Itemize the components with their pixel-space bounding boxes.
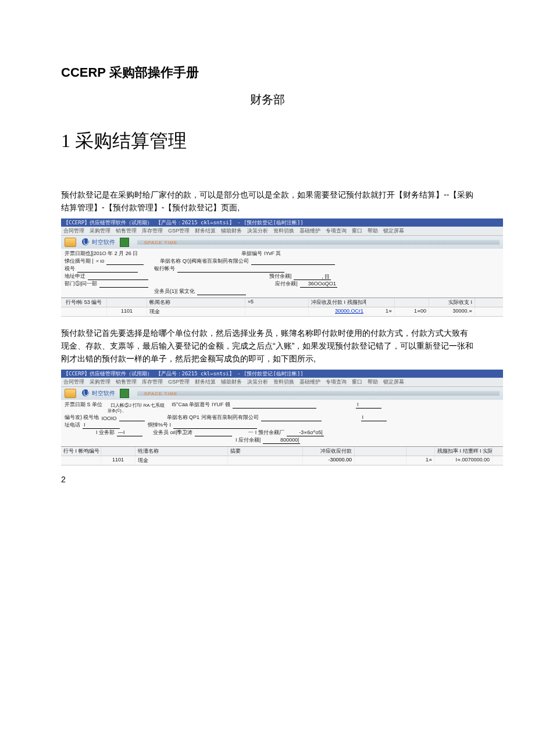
cell-actual: 30000.∝ bbox=[429, 307, 475, 316]
operator-field[interactable] bbox=[197, 288, 246, 295]
folder-icon[interactable] bbox=[65, 238, 76, 247]
brand-label: 时空软件 bbox=[81, 389, 115, 397]
address-field[interactable] bbox=[88, 273, 148, 280]
brand-mark-icon bbox=[82, 238, 89, 245]
column-header[interactable]: 搞要 bbox=[228, 447, 303, 456]
cell-rate-a: 1∝ bbox=[366, 307, 395, 316]
unit-name-field[interactable] bbox=[251, 258, 335, 265]
column-header[interactable] bbox=[107, 298, 147, 307]
menu-item[interactable]: 库存管理 bbox=[142, 378, 163, 386]
code-field[interactable] bbox=[119, 414, 145, 421]
small-field[interactable]: I bbox=[361, 414, 387, 421]
toolbar-button-icon[interactable] bbox=[120, 389, 129, 398]
menu-item[interactable]: 锁定屏幕 bbox=[383, 378, 404, 386]
app-screenshot-1: 【CCERP】供应链管理软件（试用期） 【产品号：26215 ckl=sntsi… bbox=[61, 218, 503, 317]
menu-item[interactable]: 采购管理 bbox=[90, 227, 110, 235]
column-header[interactable]: 行号 I 帐鸣编号 bbox=[61, 447, 101, 456]
column-header[interactable]: »5 bbox=[245, 298, 309, 307]
tax-no-field[interactable] bbox=[77, 266, 138, 273]
addr-phone-label: 址电话 bbox=[65, 421, 80, 429]
cell-amount: -30000.00 bbox=[303, 456, 355, 465]
menu-item[interactable]: GSP管理 bbox=[168, 227, 190, 235]
menu-item[interactable]: 财务结算 bbox=[195, 378, 216, 386]
column-header[interactable]: 冲应收应付款 bbox=[303, 447, 355, 456]
menu-item[interactable]: 帮助 bbox=[368, 378, 378, 386]
folder-icon[interactable] bbox=[65, 389, 76, 398]
unit-name-label: 单据名称 Q!)|阀南省百泉制药有限公司 bbox=[160, 257, 248, 265]
menu-item[interactable]: 帮助 bbox=[368, 227, 378, 235]
column-header[interactable] bbox=[395, 298, 429, 307]
unit-name-label: 单据名称 QP1 河南省百泉制药有限公司 bbox=[167, 414, 259, 421]
prepay-balance-field[interactable]: -3∝6o^o5| bbox=[287, 429, 324, 436]
menu-item[interactable]: 合同管理 bbox=[63, 378, 84, 386]
cell-actual: I∝.0070000.00 bbox=[435, 456, 493, 465]
menu-item[interactable]: 销售管理 bbox=[116, 227, 137, 235]
dept-field[interactable]: —I bbox=[117, 429, 142, 436]
payable-balance-field[interactable]: 36OOoQO1 bbox=[300, 281, 337, 288]
column-header[interactable] bbox=[355, 447, 406, 456]
menu-item[interactable]: 决策分析 bbox=[247, 227, 268, 235]
toolbar: 时空软件 SPACE TIME bbox=[61, 387, 503, 400]
app-screenshot-2: 【CCERP】供应链管理软件（试用期） 【产品号：26215 ckl=sntsi… bbox=[61, 370, 503, 465]
dept-label: 部门⑤|问一部 bbox=[65, 280, 97, 288]
column-header[interactable]: 残揠扣率 I 结重晖 I 实际收支 I bbox=[435, 447, 493, 456]
menu-item[interactable]: 窗口 bbox=[352, 227, 362, 235]
page-number: 2 bbox=[61, 475, 474, 484]
cell-summary bbox=[228, 456, 303, 465]
menu-bar: 合同管理 采购管理 销售管理 库存管理 GSP管理 财务结算 辅助财务 决策分析… bbox=[61, 227, 503, 236]
column-header[interactable] bbox=[366, 298, 395, 307]
menu-item[interactable]: 财务结算 bbox=[195, 227, 216, 235]
code-value: IOOIO bbox=[102, 415, 117, 421]
menu-item[interactable]: 资料切换 bbox=[273, 227, 294, 235]
unit-code-field[interactable] bbox=[106, 258, 144, 265]
payable-balance-field[interactable]: 800000| bbox=[263, 437, 300, 444]
account-field[interactable] bbox=[173, 422, 257, 429]
paragraph-2: 预付款登记首先要选择是给哪个单位付款，然后选择业务员，账簿名称即付款时使用的付款… bbox=[61, 327, 474, 365]
unit-name-field[interactable] bbox=[261, 414, 322, 421]
toolbar: 时空软件 SPACE TIME bbox=[61, 236, 503, 249]
cell-amount[interactable]: 30000.OCr1 bbox=[309, 307, 366, 316]
menu-item[interactable]: 基础维护 bbox=[299, 227, 320, 235]
doc-no-field[interactable] bbox=[233, 402, 316, 409]
column-header[interactable]: 实际收支 I bbox=[429, 298, 475, 307]
bank-account-field[interactable] bbox=[177, 266, 284, 273]
data-grid: 行号 I 帐鸣编号 牲漕名称 搞要 冲应收应付款 残揠扣率 I 结重晖 I 实际… bbox=[61, 446, 503, 465]
bank-account-label: 银行帐号 bbox=[154, 265, 175, 273]
menu-item[interactable]: 销售管理 bbox=[116, 378, 137, 386]
menu-item[interactable]: GSP管理 bbox=[168, 378, 190, 386]
menu-item[interactable]: 基础维护 bbox=[299, 378, 320, 386]
menu-item[interactable]: 资料切换 bbox=[273, 378, 294, 386]
menu-item[interactable]: 决策分析 bbox=[247, 378, 268, 386]
toolbar-track: SPACE TIME bbox=[137, 391, 500, 396]
table-row[interactable]: 1101 现金 30000.OCr1 1∝ 1∝00 30000.∝ bbox=[61, 307, 503, 317]
menu-item[interactable]: 辅助财务 bbox=[221, 378, 242, 386]
dept-field[interactable] bbox=[99, 281, 148, 288]
menu-item[interactable]: 锁定屏幕 bbox=[383, 227, 404, 235]
addr-phone-field[interactable]: I bbox=[83, 422, 120, 429]
table-row[interactable]: 1101 现金 -30000.00 1∝ I∝.0070000.00 bbox=[61, 456, 503, 465]
column-header[interactable]: 牲漕名称 bbox=[135, 447, 228, 456]
column-header[interactable]: 冲应收及付款 I 残揠扣率 I bbox=[309, 298, 366, 307]
menu-item[interactable]: 库存管理 bbox=[142, 227, 163, 235]
paragraph-1: 预付款登记是在采购时给厂家付的款，可以是部分也可以是全款，如果需要登记预付款就打… bbox=[61, 189, 474, 214]
column-header[interactable] bbox=[406, 447, 435, 456]
column-header[interactable] bbox=[101, 447, 135, 456]
toolbar-button-icon[interactable] bbox=[120, 238, 129, 247]
menu-item[interactable]: 合同管理 bbox=[63, 227, 84, 235]
operator-field[interactable] bbox=[195, 429, 232, 436]
column-header[interactable]: 帐闻名称 bbox=[147, 298, 245, 307]
tax-no-label: 税号 bbox=[65, 265, 75, 273]
menu-item[interactable]: 专项查询 bbox=[326, 227, 347, 235]
payable-balance-label: I 应付余额| bbox=[236, 436, 261, 444]
menu-item[interactable]: 采购管理 bbox=[90, 378, 110, 386]
small-field[interactable]: I bbox=[356, 402, 381, 409]
menu-item[interactable]: 窗口 bbox=[352, 378, 362, 386]
address-label: 地址申迂 bbox=[65, 273, 85, 280]
cell-summary bbox=[245, 307, 309, 316]
menu-item[interactable]: 辅助财务 bbox=[221, 227, 242, 235]
menu-item[interactable]: 专项查询 bbox=[326, 378, 347, 386]
column-header[interactable]: 行号I怖 53 编号 bbox=[61, 298, 107, 307]
window-titlebar: 【CCERP】供应链管理软件（试用期） 【产品号：26215 ckl=sntsi… bbox=[61, 370, 503, 378]
account-label: 悯悻%号 I bbox=[148, 421, 171, 429]
prepay-balance-field[interactable]: , 目 bbox=[294, 273, 331, 280]
